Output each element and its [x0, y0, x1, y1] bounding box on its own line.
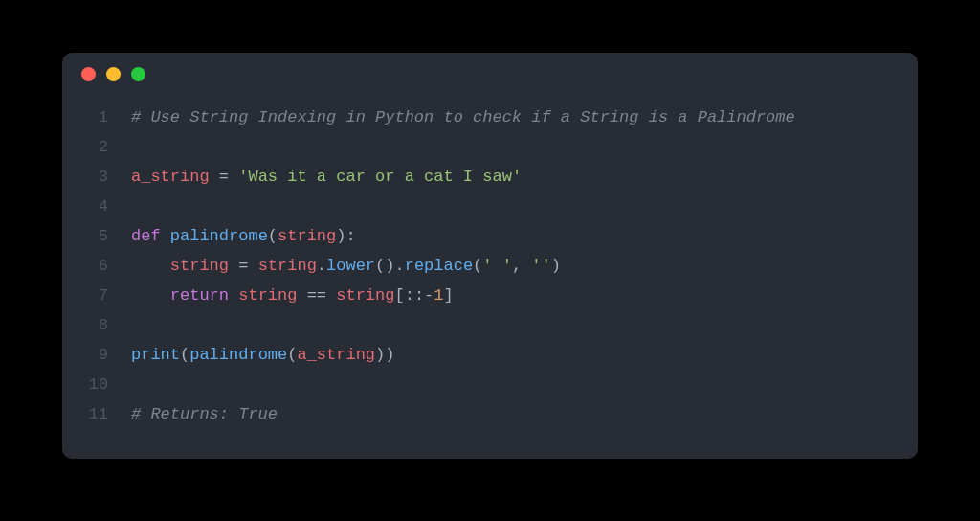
code-line: 6 string = string.lower().replace(' ', '… [62, 251, 918, 281]
code-line: 9print(palindrome(a_string)) [62, 340, 918, 370]
code-content: def palindrome(string): [131, 221, 356, 251]
maximize-icon[interactable] [131, 67, 145, 81]
line-number: 7 [62, 281, 131, 310]
code-content: return string == string[::-1] [131, 281, 454, 310]
code-token: )) [375, 346, 394, 364]
code-token: , [512, 257, 531, 275]
code-token [229, 286, 238, 305]
line-number: 4 [62, 192, 131, 221]
code-token: string [170, 257, 229, 275]
code-token: string [336, 286, 394, 305]
code-token: return [170, 286, 229, 305]
code-token: ] [444, 286, 454, 305]
line-number: 11 [62, 399, 131, 429]
code-token: string [258, 257, 317, 275]
close-icon[interactable] [81, 67, 96, 81]
minimize-icon[interactable] [106, 67, 121, 81]
code-token: ( [180, 346, 189, 364]
code-line: 4 [62, 192, 918, 221]
code-token: - [424, 286, 434, 305]
code-token: def [131, 227, 170, 245]
code-token: ( [473, 257, 482, 275]
code-token: 'Was it a car or a cat I saw' [238, 168, 522, 186]
code-line: 5def palindrome(string): [62, 221, 918, 251]
line-number: 5 [62, 221, 131, 251]
code-content: # Returns: True [131, 399, 278, 429]
code-token: replace [405, 257, 473, 275]
line-number: 1 [62, 102, 131, 132]
line-number: 10 [62, 370, 131, 399]
code-token: a_string [297, 346, 375, 364]
code-token: # Use String Indexing in Python to check… [131, 108, 795, 126]
line-number: 8 [62, 310, 131, 340]
code-token: a_string [131, 168, 210, 186]
code-token: = [210, 168, 239, 186]
code-token [131, 257, 170, 275]
code-token: palindrome [170, 227, 268, 245]
code-content: print(palindrome(a_string)) [131, 340, 394, 370]
code-token: = [229, 257, 258, 275]
code-content: a_string = 'Was it a car or a cat I saw' [131, 162, 522, 192]
code-window: 1# Use String Indexing in Python to chec… [62, 53, 918, 459]
code-token: print [131, 346, 180, 364]
code-token: string [238, 286, 297, 305]
code-token: palindrome [189, 346, 287, 364]
line-number: 6 [62, 251, 131, 281]
code-token [131, 286, 170, 305]
code-line: 3a_string = 'Was it a car or a cat I saw… [62, 162, 918, 192]
code-token: # Returns: True [131, 405, 278, 423]
code-token: ( [268, 227, 278, 245]
code-token: 1 [434, 286, 443, 305]
code-token: [:: [394, 286, 424, 305]
code-token: == [297, 286, 336, 305]
code-token: . [317, 257, 326, 275]
code-line: 11# Returns: True [62, 399, 918, 429]
line-number: 3 [62, 162, 131, 192]
code-token: lower [326, 257, 375, 275]
code-line: 10 [62, 370, 918, 399]
code-token: (). [375, 257, 405, 275]
code-token: ) [551, 257, 561, 275]
code-token: ): [336, 227, 355, 245]
code-content: # Use String Indexing in Python to check… [131, 102, 795, 132]
window-titlebar [62, 53, 918, 95]
code-editor: 1# Use String Indexing in Python to chec… [62, 95, 918, 429]
code-token: string [278, 227, 336, 245]
code-content: string = string.lower().replace(' ', '') [131, 251, 561, 281]
line-number: 9 [62, 340, 131, 370]
code-line: 7 return string == string[::-1] [62, 281, 918, 310]
code-token: '' [531, 257, 550, 275]
code-token: ' ' [482, 257, 512, 275]
code-line: 8 [62, 310, 918, 340]
code-token: ( [287, 346, 297, 364]
line-number: 2 [62, 132, 131, 162]
code-line: 2 [62, 132, 918, 162]
code-line: 1# Use String Indexing in Python to chec… [62, 102, 918, 132]
